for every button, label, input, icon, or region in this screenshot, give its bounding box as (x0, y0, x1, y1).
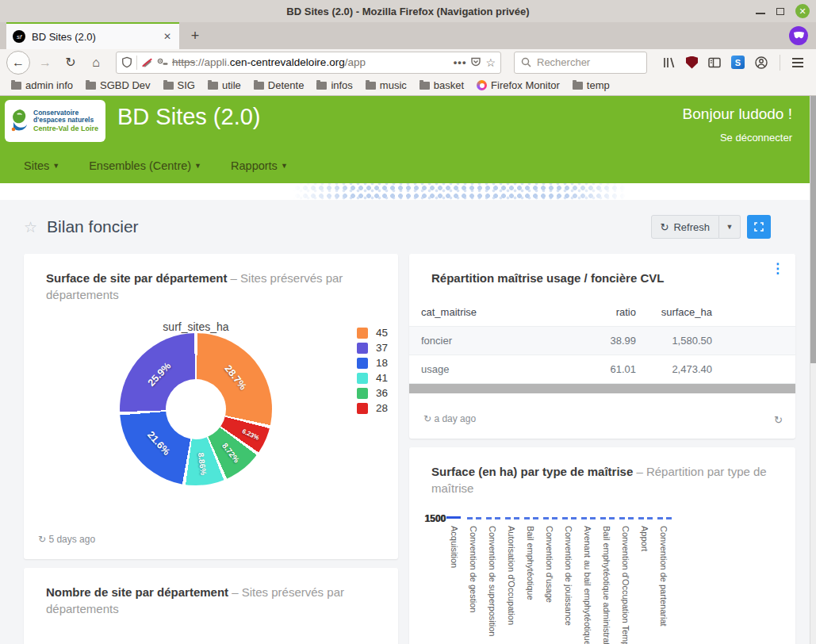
site-identity-icon[interactable] (157, 58, 168, 67)
panel-refresh-icon[interactable]: ↻ (774, 414, 783, 426)
firefox-monitor-icon (477, 80, 487, 90)
bookmark-item[interactable]: music (361, 78, 412, 93)
s-extension-icon[interactable]: S (731, 56, 745, 69)
tab-close-icon[interactable]: ✕ (162, 31, 173, 42)
reload-button[interactable]: ↻ (60, 52, 81, 73)
active-tab[interactable]: sf BD Sites (2.0) ✕ (6, 22, 179, 49)
panel-surface-par-type: Surface (en ha) par type de maîtrise – R… (409, 447, 795, 644)
app-title: BD Sites (2.0) (117, 104, 261, 130)
favorite-star-icon[interactable]: ☆ (24, 218, 37, 236)
refresh-button[interactable]: ↻Refresh (651, 215, 719, 239)
panel-title: Surface de site par département – Sites … (46, 270, 371, 303)
bookmark-item[interactable]: utile (203, 78, 246, 93)
navigation-toolbar: ← → ↻ ⌂ https://appli.cen-centrevaldeloi… (0, 49, 816, 75)
table-cell: usage (421, 363, 573, 375)
bar-gridline-dash (600, 517, 606, 519)
bar-gridline-dash (619, 517, 625, 519)
cen-logo-icon (10, 108, 30, 135)
menu-hamburger-icon[interactable] (792, 58, 803, 67)
tab-bar: sf BD Sites (2.0) ✕ + (0, 22, 816, 49)
search-icon (521, 57, 531, 67)
minimize-button[interactable] (756, 13, 765, 14)
page-actions-icon[interactable]: ••• (454, 56, 467, 68)
bookmark-item[interactable]: admin info (6, 78, 78, 93)
restore-button[interactable] (776, 8, 784, 15)
folder-icon (366, 82, 376, 90)
ublock-origin-icon[interactable] (686, 56, 698, 69)
donut-chart[interactable]: 28.7%6.23%8.72%8.86%21.6%25.9% (120, 333, 272, 485)
tracking-protection-shield-icon[interactable] (121, 56, 132, 68)
bar-gridline-dash (514, 517, 519, 519)
legend-item[interactable]: 28 (357, 401, 388, 416)
blocked-permission-icon[interactable] (141, 57, 153, 68)
panel-updated: ↻ 5 days ago (38, 534, 95, 545)
private-browsing-mask-icon (789, 26, 808, 45)
kebab-menu-icon[interactable]: ⋮ (771, 260, 784, 277)
site-nav: Sites▼ Ensembles (Centre)▼ Rapports▼ (0, 148, 810, 183)
url-bar[interactable]: https://appli.cen-centrevaldeloire.org/a… (116, 52, 501, 74)
cen-logo[interactable]: Conservatoire d'espaces naturels Centre-… (5, 100, 105, 142)
search-placeholder: Rechercher (537, 56, 590, 68)
nav-menu-ensembles[interactable]: Ensembles (Centre)▼ (89, 159, 201, 172)
sidebar-toggle-icon[interactable] (708, 57, 721, 68)
home-button[interactable]: ⌂ (86, 52, 106, 73)
symfony-favicon-icon: sf (13, 30, 25, 43)
bookmark-item[interactable]: infos (312, 78, 357, 93)
legend-item[interactable]: 37 (357, 340, 388, 355)
library-icon[interactable] (663, 57, 676, 68)
close-button[interactable]: ✕ (795, 4, 810, 18)
panel-title: Répartition maîtrise usage / foncière CV… (431, 270, 664, 286)
legend-item[interactable]: 18 (357, 355, 388, 370)
bar-gridline-dash (524, 517, 530, 519)
legend-item[interactable]: 45 (357, 325, 388, 340)
search-bar[interactable]: Rechercher (514, 52, 647, 74)
table-header-row: cat_maitrise ratio surface_ha (409, 298, 795, 327)
back-button[interactable]: ← (6, 51, 30, 75)
bar-category-label: Convention de jouissance (564, 526, 573, 626)
bar-gridline-dash (495, 517, 500, 519)
bookmark-star-icon[interactable]: ☆ (485, 56, 496, 69)
new-tab-button[interactable]: + (186, 26, 205, 45)
bookmark-item[interactable]: basket (415, 78, 469, 93)
url-text[interactable]: https://appli.cen-centrevaldeloire.org/a… (172, 56, 450, 68)
content-scrollbar-thumb[interactable] (810, 96, 816, 363)
bookmark-item[interactable]: SGBD Dev (81, 78, 155, 93)
window-controls: ✕ (756, 0, 810, 22)
forward-button[interactable]: → (35, 52, 56, 73)
table-horizontal-scrollbar[interactable] (409, 384, 795, 393)
legend-label: 41 (376, 372, 388, 384)
bar-gridline-dash (543, 517, 549, 519)
nav-menu-rapports[interactable]: Rapports▼ (231, 159, 288, 172)
bookmark-item[interactable]: SIG (159, 78, 200, 93)
legend-label: 28 (376, 402, 388, 414)
folder-icon (11, 82, 21, 90)
panel-title: Nombre de site par département – Sites p… (46, 584, 371, 617)
account-icon[interactable] (755, 56, 768, 69)
nav-menu-sites[interactable]: Sites▼ (24, 159, 59, 172)
fullscreen-button[interactable] (747, 215, 771, 239)
legend-label: 18 (376, 357, 388, 369)
panel-surface-departement: Surface de site par département – Sites … (24, 254, 398, 559)
pocket-icon[interactable] (470, 57, 481, 67)
bar-gridline-dash (638, 517, 644, 519)
panel-title: Surface (en ha) par type de maîtrise – R… (431, 463, 772, 496)
logout-link[interactable]: Se déconnecter (720, 132, 792, 144)
folder-icon (419, 82, 430, 90)
bookmark-item[interactable]: Detente (249, 78, 309, 93)
legend-swatch (357, 388, 368, 399)
bar-y-axis-tick: 1500 (419, 513, 446, 524)
urlbar-separator (136, 56, 137, 70)
page-content: Conservatoire d'espaces naturels Centre-… (0, 96, 810, 644)
legend-swatch (357, 403, 368, 414)
content-scrollbar[interactable] (810, 96, 816, 644)
bookmark-item[interactable]: Firefox Monitor (472, 78, 565, 93)
legend-item[interactable]: 36 (357, 385, 388, 401)
bar-gridline-dash (552, 517, 557, 519)
site-header: Conservatoire d'espaces naturels Centre-… (0, 96, 810, 148)
maitrise-table: cat_maitrise ratio surface_ha foncier38.… (409, 298, 795, 384)
bookmark-item[interactable]: temp (568, 78, 615, 93)
legend-label: 36 (376, 387, 388, 399)
legend-item[interactable]: 41 (357, 370, 388, 385)
refresh-dropdown-button[interactable]: ▼ (719, 215, 741, 239)
bar-category-label: Avenant au bail emphytéotique (583, 526, 592, 644)
